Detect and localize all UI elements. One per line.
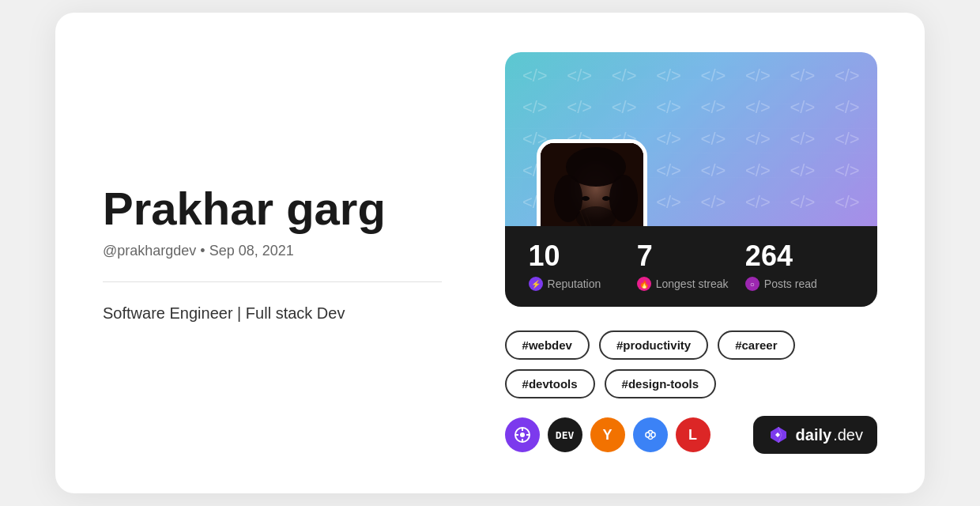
bi21: </> — [691, 123, 735, 155]
tag-design-tools[interactable]: #design-tools — [605, 369, 717, 398]
left-section: Prakhar garg @prakhargdev • Sep 08, 2021… — [103, 183, 442, 323]
bi23: </> — [780, 123, 824, 155]
bi15: </> — [780, 92, 824, 123]
bi1: </> — [513, 60, 557, 92]
user-bio: Software Engineer | Full stack Dev — [103, 304, 442, 323]
bi37: </> — [691, 187, 735, 218]
user-name: Prakhar garg — [103, 183, 442, 234]
bi10: </> — [557, 92, 601, 123]
svg-point-11 — [520, 432, 525, 437]
stat-streak-label: Longest streak — [656, 278, 729, 290]
svg-point-7 — [582, 196, 590, 201]
stat-streak-value: 7 — [637, 242, 745, 270]
svg-rect-16 — [646, 432, 650, 437]
bi32: </> — [825, 155, 869, 187]
chain-icon[interactable] — [633, 417, 668, 452]
stat-posts: 264 ○ Posts read — [745, 242, 854, 291]
bi2: </> — [557, 60, 601, 92]
bi7: </> — [780, 60, 824, 92]
bi28: </> — [646, 155, 691, 187]
bi9: </> — [513, 92, 557, 123]
stat-reputation-label: Reputation — [548, 278, 601, 290]
bi22: </> — [736, 123, 780, 155]
bi40: </> — [825, 187, 869, 218]
right-section: </> </> </> </> </> </> </> </> </> </> … — [505, 52, 877, 454]
bi8: </> — [825, 60, 869, 92]
tag-webdev[interactable]: #webdev — [505, 330, 590, 360]
bi16: </> — [825, 92, 869, 123]
profile-banner: </> </> </> </> </> </> </> </> </> </> … — [505, 52, 877, 226]
tags-section: #webdev #productivity #career #devtools … — [505, 330, 877, 398]
daily-dev-logo[interactable]: daily.dev — [753, 416, 877, 454]
social-icons-row: DEV Y L — [505, 417, 710, 452]
bi12: </> — [646, 92, 691, 123]
stat-posts-value: 264 — [745, 242, 854, 270]
stat-posts-label-row: ○ Posts read — [745, 277, 854, 291]
social-section: DEV Y L — [505, 416, 877, 454]
tag-productivity[interactable]: #productivity — [599, 330, 708, 360]
bi31: </> — [780, 155, 824, 187]
bi6: </> — [736, 60, 780, 92]
avatar-wrapper — [537, 139, 647, 226]
tag-career[interactable]: #career — [718, 330, 794, 360]
bi39: </> — [780, 187, 824, 218]
avatar-image — [541, 143, 643, 226]
stat-streak-label-row: 🔥 Longest streak — [637, 277, 745, 291]
bi3: </> — [601, 60, 646, 92]
bi36: </> — [646, 187, 691, 218]
daily-text-light: .dev — [833, 426, 863, 444]
y-combinator-icon[interactable]: Y — [590, 417, 625, 452]
l-icon[interactable]: L — [676, 417, 710, 452]
stat-reputation: 10 ⚡ Reputation — [529, 242, 637, 291]
stat-streak: 7 🔥 Longest streak — [637, 242, 745, 291]
bi20: </> — [646, 123, 691, 155]
daily-text-bold: daily — [796, 426, 832, 444]
svg-point-8 — [602, 196, 610, 201]
stats-bar: 10 ⚡ Reputation 7 🔥 Longest streak 264 ○… — [505, 226, 877, 307]
bi11: </> — [601, 92, 646, 123]
bi13: </> — [691, 92, 735, 123]
daily-dev-text: daily.dev — [796, 426, 863, 444]
svg-rect-17 — [651, 432, 655, 437]
streak-icon: 🔥 — [637, 277, 651, 291]
bi24: </> — [825, 123, 869, 155]
daily-dev-logo-icon — [767, 424, 790, 446]
posts-icon: ○ — [745, 277, 760, 291]
tag-devtools[interactable]: #devtools — [505, 369, 595, 398]
reputation-icon: ⚡ — [529, 277, 543, 291]
bi30: </> — [736, 155, 780, 187]
bi4: </> — [646, 60, 691, 92]
bi5: </> — [691, 60, 735, 92]
profile-card: Prakhar garg @prakhargdev • Sep 08, 2021… — [55, 13, 925, 493]
dev-icon[interactable]: DEV — [548, 417, 582, 452]
crosshair-icon[interactable] — [505, 417, 540, 452]
stat-posts-label: Posts read — [764, 278, 817, 290]
avatar-svg — [541, 143, 643, 226]
user-meta: @prakhargdev • Sep 08, 2021 — [103, 243, 442, 259]
stat-reputation-label-row: ⚡ Reputation — [529, 277, 637, 291]
bi14: </> — [736, 92, 780, 123]
bi29: </> — [691, 155, 735, 187]
bi38: </> — [736, 187, 780, 218]
stat-reputation-value: 10 — [529, 242, 637, 270]
divider — [103, 281, 442, 282]
